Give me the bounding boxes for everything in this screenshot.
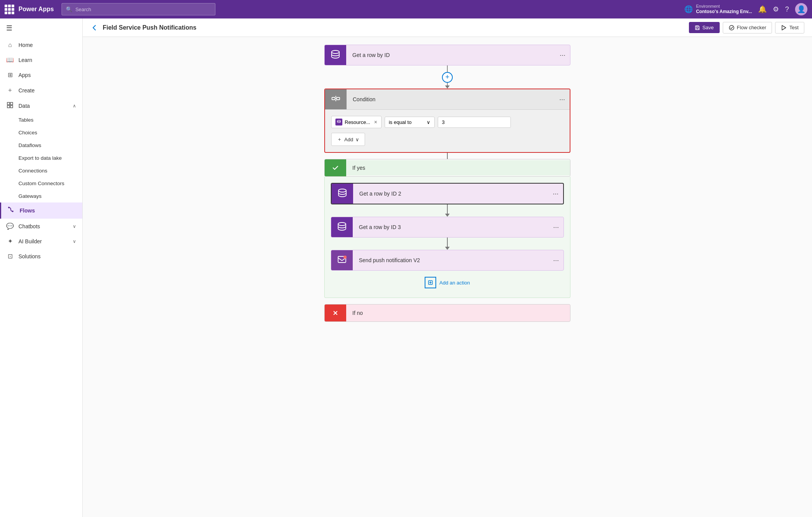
node-icon-box-3 — [331, 217, 353, 237]
search-bar[interactable]: 🔍 — [62, 3, 215, 15]
send-push-node[interactable]: Send push notification V2 ··· — [331, 250, 564, 271]
page-title: Field Service Push Notifications — [103, 24, 197, 31]
get-row-id-2-title: Get a row by ID 2 — [353, 185, 548, 202]
if-no-title: If no — [346, 305, 570, 321]
add-action-icon — [425, 277, 436, 288]
search-input[interactable] — [75, 7, 211, 12]
sidebar-item-label: Data — [18, 103, 30, 109]
notifications-icon[interactable]: 🔔 — [758, 5, 767, 13]
get-row-id-2-node[interactable]: Get a row by ID 2 ··· — [331, 183, 564, 204]
condition-row: Resource... × is equal to ∨ — [331, 116, 564, 128]
condition-icon-box — [325, 89, 347, 109]
chip-label: Resource... — [345, 119, 370, 125]
sidebar-item-label: Apps — [18, 72, 31, 78]
svg-point-8 — [729, 25, 734, 30]
sidebar-item-learn[interactable]: 📖 Learn — [0, 52, 82, 67]
sidebar-sub-item-connections[interactable]: Connections — [0, 164, 82, 177]
sidebar-sub-item-tables[interactable]: Tables — [0, 114, 82, 126]
get-row-id-2-more-button[interactable]: ··· — [548, 187, 563, 201]
condition-more-button[interactable]: ··· — [555, 92, 570, 107]
save-button[interactable]: Save — [689, 22, 720, 33]
sidebar-sub-item-choices[interactable]: Choices — [0, 126, 82, 139]
condition-operator-select[interactable]: is equal to ∨ — [385, 117, 435, 128]
get-row-id-3-title: Get a row by ID 3 — [353, 219, 549, 236]
condition-chip[interactable]: Resource... × — [331, 116, 382, 128]
canvas-area[interactable]: Get a row by ID ··· + — [83, 37, 812, 517]
add-chevron-icon: ∨ — [355, 137, 359, 142]
help-icon[interactable]: ? — [785, 5, 789, 13]
app-title: Power Apps — [18, 6, 54, 13]
svg-point-16 — [343, 256, 347, 259]
if-yes-content: Get a row by ID 2 ··· — [324, 177, 570, 298]
sidebar-item-apps[interactable]: ⊞ Apps — [0, 67, 82, 82]
sidebar-item-label: Chatbots — [18, 223, 40, 229]
sidebar-item-label: AI Builder — [18, 238, 42, 244]
env-selector[interactable]: 🌐 Environment Contoso's Amazing Env... — [684, 3, 752, 15]
learn-icon: 📖 — [6, 56, 14, 64]
vc-line — [447, 153, 448, 159]
condition-value-input[interactable] — [438, 117, 511, 128]
solutions-icon: ⊡ — [6, 253, 14, 260]
get-row-id-3-node[interactable]: Get a row by ID 3 ··· — [331, 217, 564, 238]
topbar-right: 🌐 Environment Contoso's Amazing Env... 🔔… — [684, 3, 807, 15]
if-yes-icon-box — [325, 159, 346, 176]
sidebar-sub-item-dataflows[interactable]: Dataflows — [0, 139, 82, 152]
send-push-more-button[interactable]: ··· — [549, 253, 564, 268]
get-row-id-1-more-button[interactable]: ··· — [555, 48, 570, 62]
connector-2 — [447, 153, 448, 159]
send-push-title: Send push notification V2 — [353, 252, 549, 269]
sidebar-item-create[interactable]: ＋ Create — [0, 82, 82, 98]
sub-header: Field Service Push Notifications Save Fl… — [83, 18, 812, 37]
sidebar-item-solutions[interactable]: ⊡ Solutions — [0, 249, 82, 264]
add-step-btn[interactable]: + — [442, 72, 453, 83]
chip-close-button[interactable]: × — [374, 119, 377, 125]
sidebar-item-chatbots[interactable]: 💬 Chatbots ∨ — [0, 219, 82, 234]
svg-rect-2 — [7, 105, 10, 108]
connector-line-top — [447, 65, 448, 72]
svg-rect-3 — [10, 105, 13, 108]
avatar[interactable]: 👤 — [795, 3, 807, 15]
create-icon: ＋ — [6, 86, 14, 94]
test-button[interactable]: Test — [775, 22, 804, 33]
operator-chevron: ∨ — [427, 119, 430, 125]
sidebar-item-flows[interactable]: Flows — [0, 202, 82, 219]
sidebar-sub-item-export[interactable]: Export to data lake — [0, 152, 82, 164]
sidebar-item-label: Learn — [18, 57, 32, 63]
operator-label: is equal to — [389, 119, 412, 125]
data-icon — [6, 102, 14, 110]
sidebar-sub-item-custom-connectors[interactable]: Custom Connectors — [0, 177, 82, 190]
flow-checker-button[interactable]: Flow checker — [723, 22, 772, 33]
sidebar-item-ai-builder[interactable]: ✦ AI Builder ∨ — [0, 234, 82, 249]
get-row-id-1-node[interactable]: Get a row by ID ··· — [324, 45, 570, 65]
waffle-menu[interactable] — [5, 5, 14, 14]
topbar: Power Apps 🔍 🌐 Environment Contoso's Ama… — [0, 0, 812, 18]
back-button[interactable] — [90, 24, 98, 32]
condition-node[interactable]: Condition ··· — [324, 89, 570, 153]
connector-5 — [447, 298, 448, 304]
connector-1: + — [442, 65, 453, 89]
settings-icon[interactable]: ⚙ — [773, 5, 779, 13]
ai-builder-chevron-icon: ∨ — [73, 239, 76, 244]
add-action-label: Add an action — [439, 280, 470, 286]
sidebar-collapse-button[interactable]: ☰ — [0, 18, 82, 38]
flows-icon — [7, 206, 15, 215]
svg-point-5 — [12, 211, 13, 212]
arrow-head-2 — [445, 214, 450, 217]
sidebar-item-label: Solutions — [18, 253, 41, 259]
sidebar-item-data[interactable]: Data ∧ — [0, 98, 82, 114]
get-row-id-3-more-button[interactable]: ··· — [549, 220, 564, 234]
spacer — [447, 298, 448, 304]
database-icon-3 — [337, 221, 347, 234]
env-name: Contoso's Amazing Env... — [696, 9, 752, 15]
if-yes-title: If yes — [346, 160, 570, 176]
arrow-head — [445, 85, 450, 89]
database-icon-2 — [337, 187, 348, 200]
sidebar-sub-item-gateways[interactable]: Gateways — [0, 190, 82, 202]
sidebar-item-home[interactable]: ⌂ Home — [0, 38, 82, 52]
condition-header: Condition ··· — [325, 89, 570, 110]
svg-rect-7 — [696, 26, 698, 27]
condition-add-button[interactable]: ＋ Add ∨ — [331, 133, 365, 146]
svg-rect-10 — [332, 97, 335, 100]
add-action-row[interactable]: Add an action — [425, 274, 470, 291]
svg-rect-0 — [7, 102, 10, 105]
